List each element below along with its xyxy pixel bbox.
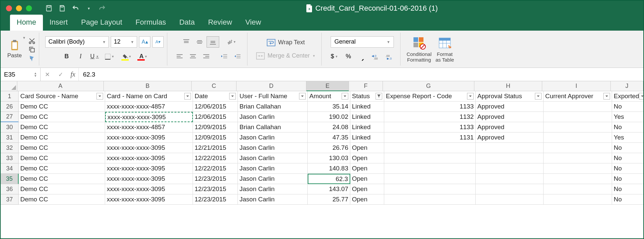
tab-page-layout[interactable]: Page Layout [75,15,129,31]
cell[interactable]: Linked [350,122,384,132]
cell[interactable]: 1132 [384,112,476,122]
cell[interactable] [384,184,476,194]
underline-button[interactable]: U▼ [88,51,100,62]
cell[interactable] [476,184,544,194]
cell[interactable]: xxxx-xxxx-xxxx-3095 [105,194,193,205]
save-icon[interactable] [45,5,53,12]
column-header-J[interactable]: J [611,81,643,91]
cell[interactable]: No [612,143,644,153]
cell[interactable]: No [612,184,644,194]
cell[interactable] [384,194,476,205]
tab-formulas[interactable]: Formulas [129,15,173,31]
cell[interactable] [384,143,476,153]
cell[interactable]: Demo CC [19,184,105,194]
cell[interactable] [544,184,612,194]
cell[interactable]: Jason Carlin [238,132,308,143]
paste-button[interactable]: Paste [7,40,22,59]
cell[interactable]: xxxx-xxxx-xxxx-4857 [105,122,193,132]
name-box-spinner-icon[interactable]: ▲▼ [34,72,37,77]
cell[interactable] [384,174,476,184]
cell[interactable]: Demo CC [19,194,105,205]
tab-insert[interactable]: Insert [43,15,75,31]
undo-dropdown-icon[interactable]: ▼ [85,5,92,12]
align-top-icon[interactable] [180,36,193,48]
filter-button[interactable] [342,93,348,100]
cell[interactable]: Jason Carlin [238,174,308,184]
align-center-icon[interactable] [187,51,199,62]
cell[interactable]: Linked [350,112,384,122]
cell[interactable]: xxxx-xxxx-xxxx-3095 [105,143,193,153]
cell[interactable]: 25.77 [308,194,350,205]
cell[interactable] [544,174,612,184]
currency-button[interactable]: $▼ [328,51,341,62]
cell[interactable]: Approved [476,132,544,143]
increase-font-icon[interactable]: A▴ [139,36,150,48]
cell[interactable]: 12/06/2015 [193,102,238,112]
header-cell[interactable]: Date [193,91,238,102]
zoom-window-button[interactable] [26,5,32,11]
formula-input[interactable]: 62.3 [79,71,643,78]
header-cell[interactable]: Amount [308,91,350,102]
cell[interactable]: No [612,122,644,132]
increase-decimal-icon[interactable]: ◀.0.00 [370,51,383,62]
cell[interactable]: Demo CC [19,153,105,163]
font-size-select[interactable]: 12▼ [111,36,137,48]
cell[interactable]: Brian Callahan [238,102,308,112]
cell[interactable]: Open [350,174,384,184]
cell[interactable]: 140.83 [308,163,350,174]
filter-button[interactable] [299,93,306,100]
cell[interactable]: No [612,194,644,205]
cancel-formula-icon[interactable]: ✕ [41,68,54,81]
cell[interactable]: 190.02 [308,112,350,122]
fx-icon[interactable]: fx [67,68,79,81]
tab-home[interactable]: Home [10,15,43,31]
cell[interactable]: 1133 [384,102,476,112]
filter-button[interactable] [467,93,474,100]
row-header-35[interactable]: 35 [1,174,19,184]
cell[interactable] [544,153,612,163]
number-format-select[interactable]: General▼ [331,36,394,48]
column-header-A[interactable]: A [17,81,104,91]
cell[interactable] [544,122,612,132]
paste-dropdown-icon[interactable]: ▼ [22,36,26,40]
cell[interactable]: xxxx-xxxx-xxxx-3095 [105,174,193,184]
cell[interactable]: Approved [476,102,544,112]
cell[interactable]: Demo CC [19,163,105,174]
filter-button[interactable] [639,93,644,100]
tab-data[interactable]: Data [173,15,201,31]
select-all-corner[interactable] [1,81,17,91]
cell[interactable] [476,174,544,184]
filter-button[interactable] [376,93,382,100]
cell[interactable]: Jason Carlin [238,184,308,194]
decrease-indent-icon[interactable] [218,51,231,62]
header-cell[interactable]: Expense Report - Code [384,91,476,102]
cell[interactable]: 47.35 [308,132,350,143]
row-header-1[interactable]: 1 [1,91,19,102]
tab-review[interactable]: Review [201,15,239,31]
cell[interactable] [384,163,476,174]
header-cell[interactable]: Current Approver [544,91,612,102]
cell[interactable]: No [612,153,644,163]
cell[interactable]: Open [350,143,384,153]
row-header-36[interactable]: 36 [1,184,19,194]
decrease-decimal-icon[interactable]: .00▶.0 [384,51,397,62]
filter-button[interactable] [535,93,542,100]
cell[interactable]: Linked [350,132,384,143]
format-painter-icon[interactable] [28,55,36,61]
header-cell[interactable]: Card Source - Name [19,91,105,102]
redo-icon[interactable] [98,5,106,12]
name-box[interactable]: E35 ▲▼ [1,68,41,81]
filter-button[interactable] [603,93,610,100]
header-cell[interactable]: Card - Name on Card [105,91,193,102]
cell[interactable]: Open [350,194,384,205]
row-header-27[interactable]: 27 [1,112,19,122]
filter-button[interactable] [229,93,236,100]
borders-button[interactable]: ▼ [102,51,116,62]
header-cell[interactable]: Status [350,91,384,102]
align-bottom-icon[interactable] [207,36,219,48]
cell[interactable] [544,163,612,174]
align-middle-icon[interactable] [193,36,206,48]
undo-icon[interactable] [72,5,79,12]
cell[interactable]: No [612,163,644,174]
cell[interactable]: 24.08 [308,122,350,132]
